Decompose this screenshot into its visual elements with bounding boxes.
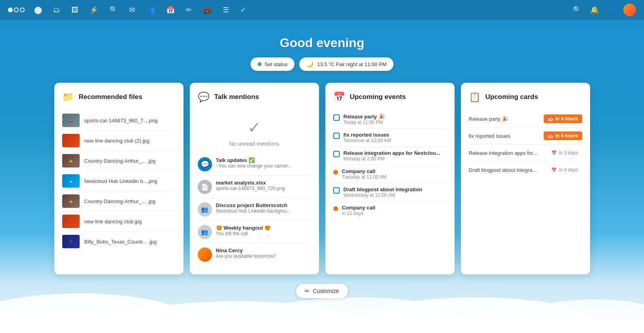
talk-message: Nextcloud Hub Linkedin backgrou... xyxy=(216,208,311,214)
customize-button[interactable]: ✏ Customize xyxy=(296,284,348,298)
event-name: Company call xyxy=(342,168,387,174)
talk-avatar: 👥 xyxy=(198,202,212,217)
event-checkbox[interactable] xyxy=(333,187,340,194)
nav-mail-icon[interactable]: ✉ xyxy=(128,4,137,16)
file-item[interactable]: 🎵 Billy_Bobs_Texas_Countr... .jpg xyxy=(62,232,176,251)
talk-message: Are you available tomorrow? xyxy=(216,253,311,259)
event-content: Release party 🎉 Today at 11:00 PM xyxy=(344,114,385,125)
weather-emoji-icon: 🌙 xyxy=(306,61,314,68)
file-item[interactable]: 🤠 Country-Dancing-Arthur_... .jpg xyxy=(62,191,176,211)
nav-tasks-icon[interactable]: ☰ xyxy=(221,4,231,16)
user-avatar[interactable] xyxy=(623,4,636,16)
event-name: Release party 🎉 xyxy=(344,114,385,120)
nav-check-icon[interactable]: ✓ xyxy=(239,4,248,16)
upcoming-card-item[interactable]: Release integration apps for... 📅 in 3 d… xyxy=(469,145,582,162)
nav-files-icon[interactable]: 🗂 xyxy=(52,4,62,16)
file-name: Billy_Bobs_Texas_Countr... .jpg xyxy=(84,239,157,245)
file-thumbnail: 🎵 xyxy=(62,235,80,248)
file-item[interactable]: 🤠 Country-Dancing-Arthur_... .jpg xyxy=(62,151,176,171)
recommended-files-header: 📁 Recommended files xyxy=(62,91,176,103)
event-checkbox[interactable] xyxy=(333,114,340,121)
nav-calendar-icon[interactable]: 📅 xyxy=(164,4,176,16)
upcoming-events-title: Upcoming events xyxy=(350,93,406,101)
nav-photos-icon[interactable]: 🖼 xyxy=(70,4,80,16)
event-checkbox[interactable] xyxy=(333,133,340,139)
calendar-icon: 📅 xyxy=(333,91,345,103)
file-name: new line dancing club.jpg xyxy=(84,219,142,225)
nav-right: 🔍 🔔 👤 xyxy=(571,4,636,16)
event-item[interactable]: Release integration apps for Nextclou...… xyxy=(333,147,447,165)
customize-bar: ✏ Customize xyxy=(0,274,644,310)
talk-item[interactable]: 👥 🤩 Weekly hangout 😍 You left the call xyxy=(198,221,311,244)
file-thumbnail: 🤠 xyxy=(62,194,80,208)
logo-circles xyxy=(8,8,25,12)
file-name: new line dancing club (2).jpg xyxy=(84,138,150,144)
upcoming-card-item[interactable]: Draft blogpost about integra... 📅 in 4 d… xyxy=(469,162,582,178)
event-content: Release integration apps for Nextclou...… xyxy=(344,150,440,162)
event-time: Tuesday at 11:00 AM xyxy=(342,174,387,180)
weather-button[interactable]: 🌙 13.5 °C Fair night at 11:00 PM xyxy=(299,57,394,71)
calendar-badge-icon: 📅 xyxy=(551,150,557,156)
cards-grid: 📁 Recommended files 🚗 sports-car-146873_… xyxy=(45,83,600,274)
badge-text: in 3 days xyxy=(559,150,578,156)
file-thumbnail: 💃 xyxy=(62,134,80,147)
event-checkbox[interactable] xyxy=(333,151,340,157)
nav-home-icon[interactable]: ⬤ xyxy=(32,4,44,16)
talk-message: You left the call xyxy=(216,231,311,236)
event-content: Company call in 11 days xyxy=(342,205,376,216)
event-item[interactable]: Company call in 11 days xyxy=(333,202,447,219)
event-dot-indicator xyxy=(333,206,338,211)
talk-icon: 💬 xyxy=(198,91,210,103)
event-content: fix reported issues Tomorrow at 12:00 AM xyxy=(344,132,391,143)
talk-item[interactable]: 👥 Discuss project Butterscotch Nextcloud… xyxy=(198,198,311,221)
event-item[interactable]: fix reported issues Tomorrow at 12:00 AM xyxy=(333,129,447,147)
event-item[interactable]: Draft blogpost about integration Wednesd… xyxy=(333,183,447,202)
event-item[interactable]: Release party 🎉 Today at 11:00 PM xyxy=(333,110,447,129)
recommended-files-title: Recommended files xyxy=(79,93,143,101)
talk-name: Nina Cercy xyxy=(216,247,311,253)
svg-rect-6 xyxy=(0,319,644,333)
nav-notes-icon[interactable]: ✏ xyxy=(184,4,193,16)
folder-icon: 📁 xyxy=(62,91,74,103)
file-item[interactable]: ☁ Nextcloud Hub Linkedin b....png xyxy=(62,171,176,191)
file-thumbnail: 🤠 xyxy=(62,154,80,167)
ucard-name: Draft blogpost about integra... xyxy=(469,167,545,173)
nav-search-icon[interactable]: 🔍 xyxy=(108,4,120,16)
talk-item[interactable]: 📄 market analysis.xlsx sports-car-146873… xyxy=(198,176,311,198)
nav-search-right-icon[interactable]: 🔍 xyxy=(571,4,583,16)
file-thumbnail: 💃 xyxy=(62,215,80,228)
talk-item[interactable]: 💬 Talk updates ✅ - You can now change yo… xyxy=(198,153,311,176)
talk-item[interactable]: Nina Cercy Are you available tomorrow? xyxy=(198,244,311,266)
talk-content: Discuss project Butterscotch Nextcloud H… xyxy=(216,202,311,214)
upcoming-events-card: 📅 Upcoming events Release party 🎉 Today … xyxy=(325,83,455,274)
talk-avatar: 👥 xyxy=(198,225,212,239)
event-item[interactable]: Company call Tuesday at 11:00 AM xyxy=(333,165,447,183)
talk-name: market analysis.xlsx xyxy=(216,180,311,186)
upcoming-cards-title: Upcoming cards xyxy=(485,93,538,101)
app-logo[interactable] xyxy=(8,8,25,12)
event-content: Company call Tuesday at 11:00 AM xyxy=(342,168,387,180)
upcoming-card-item[interactable]: Release party 🎉 📅 in 4 hours xyxy=(469,110,582,127)
talk-avatar: 📄 xyxy=(198,180,212,194)
file-item[interactable]: 💃 new line dancing club.jpg xyxy=(62,211,176,232)
upcoming-card-item[interactable]: fix reported issues 📅 in 5 hours xyxy=(469,127,582,145)
talk-content: Talk updates ✅ - You can now change your… xyxy=(216,157,311,169)
nav-left: ⬤ 🗂 🖼 ⚡ 🔍 ✉ 👥 📅 ✏ 💼 ☰ ✓ xyxy=(8,4,571,16)
event-name: Release integration apps for Nextclou... xyxy=(344,150,440,156)
ucard-name: Release integration apps for... xyxy=(469,150,545,156)
set-status-button[interactable]: Set status xyxy=(250,57,295,71)
top-navigation: ⬤ 🗂 🖼 ⚡ 🔍 ✉ 👥 📅 ✏ 💼 ☰ ✓ 🔍 🔔 👤 xyxy=(0,0,644,20)
ucard-badge: 📅 in 5 hours xyxy=(544,131,582,140)
file-item[interactable]: 💃 new line dancing club (2).jpg xyxy=(62,131,176,151)
talk-mentions-title: Talk mentions xyxy=(214,93,259,101)
upcoming-events-header: 📅 Upcoming events xyxy=(333,91,447,103)
talk-content: market analysis.xlsx sports-car-146873_9… xyxy=(216,180,311,191)
nav-deck-icon[interactable]: 💼 xyxy=(201,4,213,16)
nav-activity-icon[interactable]: ⚡ xyxy=(88,4,100,16)
file-item[interactable]: 🚗 sports-car-146873_960_7....png xyxy=(62,110,176,131)
talk-avatar: 💬 xyxy=(198,157,212,171)
nav-notifications-icon[interactable]: 🔔 xyxy=(589,4,600,16)
deck-icon: 📋 xyxy=(469,91,481,103)
nav-contacts-right-icon[interactable]: 👤 xyxy=(606,4,618,16)
nav-contacts-icon[interactable]: 👥 xyxy=(145,4,157,16)
